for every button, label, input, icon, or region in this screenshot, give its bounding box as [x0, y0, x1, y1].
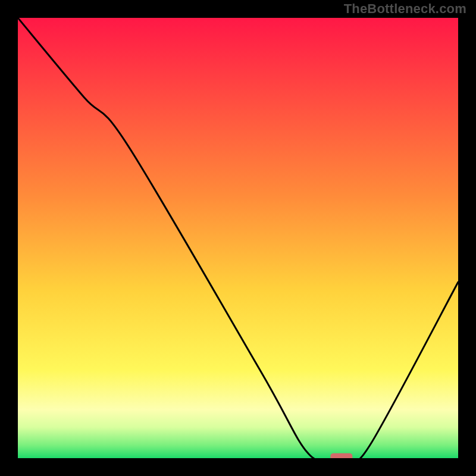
bottleneck-plot	[18, 18, 458, 458]
heat-background	[18, 18, 458, 458]
chart-frame: TheBottleneck.com	[0, 0, 476, 476]
optimal-marker	[330, 453, 352, 458]
attribution-label: TheBottleneck.com	[344, 1, 466, 17]
